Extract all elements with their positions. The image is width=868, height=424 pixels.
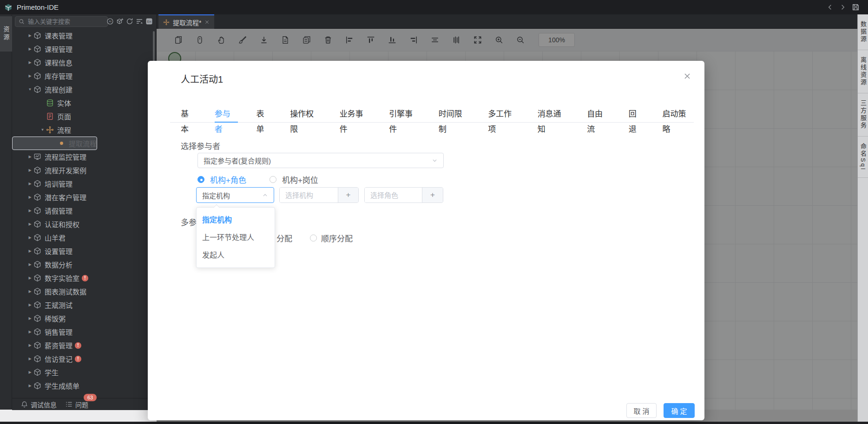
radio-sequential-assign-label[interactable]: 顺序分配 (321, 232, 353, 244)
confirm-button[interactable]: 确 定 (664, 403, 695, 418)
tree-item[interactable]: 请假管理 (12, 204, 156, 217)
resources-panel-tab[interactable]: 资源 (0, 16, 12, 52)
tree-item[interactable]: 数据分析 (12, 258, 156, 271)
translate-icon[interactable]: En (145, 18, 153, 25)
radio-org-post-label[interactable]: 机构+岗位 (282, 174, 318, 185)
add-role-button[interactable]: + (422, 188, 443, 202)
cancel-button[interactable]: 取 消 (626, 403, 657, 418)
chevron-icon[interactable] (26, 33, 33, 38)
issues-button[interactable]: 问题 (66, 400, 88, 409)
chevron-icon[interactable] (26, 209, 33, 213)
ai-icon[interactable]: AI (106, 18, 114, 25)
participant-rule-select[interactable]: 指定参与者(复合规则) (197, 153, 444, 168)
chevron-icon[interactable] (26, 195, 33, 199)
dialog-tab[interactable]: 表单 (256, 106, 272, 123)
right-panel-tab[interactable]: 命名Sql (858, 137, 868, 178)
tree-item[interactable]: 认证和授权 (12, 217, 156, 231)
org-picker-input[interactable] (280, 188, 338, 202)
add-org-button[interactable]: + (338, 188, 358, 202)
editor-tab-extract-flow[interactable]: 提取流程* (158, 14, 214, 29)
dialog-tab[interactable]: 时间限制 (439, 106, 470, 123)
chevron-icon[interactable] (26, 343, 33, 347)
chevron-icon[interactable] (26, 60, 33, 65)
chevron-icon[interactable] (26, 168, 33, 172)
close-tab-icon[interactable] (204, 20, 210, 25)
save-icon[interactable] (852, 3, 860, 11)
dropdown-option[interactable]: 上一环节处理人 (197, 229, 275, 247)
chevron-icon[interactable] (26, 276, 33, 280)
radio-org-post[interactable] (270, 176, 276, 183)
tree-item[interactable]: 潜在客户管理 (12, 190, 156, 204)
chevron-icon[interactable] (26, 222, 33, 226)
chevron-icon[interactable] (26, 370, 33, 374)
tree-item[interactable]: 流程创建 (12, 83, 156, 96)
debug-info-button[interactable]: 调试信息 (21, 400, 57, 409)
nav-forward-icon[interactable] (839, 4, 846, 11)
chevron-icon[interactable] (39, 128, 46, 132)
chevron-icon[interactable] (26, 155, 33, 159)
tree-item[interactable]: 图表测试数据 (12, 285, 156, 298)
dialog-tab[interactable]: 启动策略 (663, 106, 694, 123)
cube-plus-icon[interactable] (116, 18, 124, 25)
radio-org-role-label[interactable]: 机构+角色 (210, 174, 246, 185)
chevron-icon[interactable] (26, 262, 33, 267)
dialog-tab[interactable]: 回退 (629, 106, 644, 123)
dialog-tab[interactable]: 业务事件 (340, 106, 371, 123)
tree-item[interactable]: 设置管理 (12, 244, 156, 258)
tree-item[interactable]: 库存管理 (12, 69, 156, 83)
dialog-tab[interactable]: 基本 (181, 106, 197, 123)
tree-item[interactable]: 流程监控管理 (12, 150, 156, 163)
dialog-close-icon[interactable] (683, 72, 691, 80)
chevron-icon[interactable] (26, 384, 33, 388)
tree-item[interactable]: 数字实验室 ! (12, 271, 156, 285)
tree-item[interactable]: 学生成绩单 (12, 379, 156, 392)
chevron-icon[interactable] (26, 330, 33, 334)
radio-sequential-assign[interactable] (310, 235, 317, 241)
chevron-icon[interactable] (26, 289, 33, 294)
tree-item[interactable]: 页面 (12, 110, 156, 123)
tree-item[interactable]: 流程开发案例 (12, 163, 156, 177)
tree-item[interactable]: 薪资管理 ! (12, 339, 156, 352)
chevron-icon[interactable] (26, 249, 33, 253)
dialog-tab[interactable]: 操作权限 (290, 106, 322, 123)
dialog-tab[interactable]: 自由流 (587, 106, 611, 123)
tree-item[interactable]: 课程管理 (12, 42, 156, 56)
search-box[interactable] (15, 16, 108, 27)
chevron-icon[interactable] (26, 87, 33, 91)
tree-item[interactable]: 销售管理 (12, 325, 156, 339)
tree-item[interactable]: 培训管理 (12, 177, 156, 190)
chevron-icon[interactable] (26, 182, 33, 186)
right-panel-tab[interactable]: 离线资源 (858, 50, 868, 93)
role-picker-input[interactable] (365, 188, 422, 202)
chevron-icon[interactable] (26, 74, 33, 78)
tree-item[interactable]: 信访登记 ! (12, 352, 156, 365)
tree-item[interactable]: 课表管理 (12, 29, 156, 42)
tree-item[interactable]: 学生 (12, 365, 156, 379)
nav-back-icon[interactable] (827, 4, 834, 11)
tree-item[interactable]: 稀饭粥 (12, 312, 156, 325)
dialog-tab[interactable]: 多工作项 (488, 106, 519, 123)
sort-list-icon[interactable] (136, 18, 143, 25)
search-input[interactable] (27, 18, 101, 26)
chevron-icon[interactable] (26, 47, 33, 51)
right-panel-tab[interactable]: 数据源 (858, 14, 868, 50)
chevron-icon[interactable] (26, 235, 33, 240)
right-panel-tab[interactable]: 三方服务 (858, 93, 868, 137)
tree-item[interactable]: 山羊君 (12, 231, 156, 244)
chevron-icon[interactable] (26, 357, 33, 361)
dialog-tab[interactable]: 消息通知 (538, 106, 569, 123)
dropdown-option[interactable]: 指定机构 (197, 211, 275, 229)
tree-item[interactable]: 课程信息 (12, 56, 156, 69)
tree-item[interactable]: 流程 (12, 123, 156, 137)
chevron-icon[interactable] (26, 303, 33, 307)
tree-item[interactable]: 实体 (12, 96, 156, 110)
dropdown-option[interactable]: 发起人 (197, 247, 275, 264)
chevron-icon[interactable] (26, 316, 33, 320)
dialog-tab[interactable]: 引擎事件 (389, 106, 421, 123)
tree-item[interactable]: 王斌测试 (12, 298, 156, 312)
dialog-tab[interactable]: 参与者 (215, 106, 238, 123)
tree-item[interactable]: 提取流程 (12, 137, 97, 150)
org-rule-select[interactable]: 指定机构 (196, 187, 274, 203)
refresh-icon[interactable] (126, 18, 133, 25)
radio-org-role[interactable] (197, 176, 204, 183)
